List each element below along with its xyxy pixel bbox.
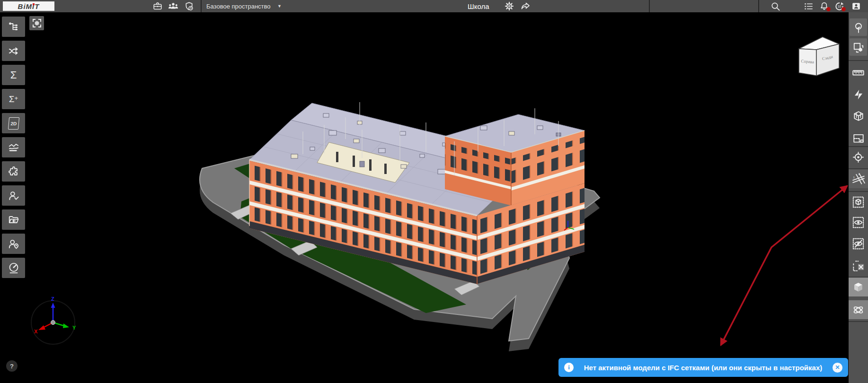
sum-icon[interactable]: Σ (2, 65, 25, 85)
show-eye-icon[interactable] (849, 213, 868, 232)
notification-toast: i Нет активной модели с IFC сетками (или… (558, 358, 848, 377)
charts-icon[interactable] (2, 137, 25, 157)
floorplan-icon[interactable] (849, 129, 868, 148)
profile-avatar-icon[interactable] (850, 0, 862, 12)
info-icon: i (564, 363, 574, 372)
search-icon[interactable] (770, 0, 781, 12)
toast-message: Нет активной модели с IFC сетками (или о… (580, 364, 826, 372)
topbar-divider-3 (758, 0, 759, 12)
axis-gizmo: X Y Z (31, 296, 76, 344)
topbar-divider (201, 0, 202, 12)
tree-vegetation-icon[interactable] (849, 18, 868, 37)
right-toolbar: 1 2 (849, 12, 868, 383)
sum-add-icon[interactable]: Σ+ (2, 89, 25, 109)
workspace-dropdown[interactable]: Базовое пространство (206, 0, 271, 12)
view-cube[interactable]: Справа Сзади (799, 37, 839, 76)
team-icon[interactable] (168, 0, 179, 12)
locate-target-icon[interactable] (849, 148, 868, 166)
viewport-3d-canvas[interactable]: Справа Сзади X Y Z (26, 12, 849, 383)
viewcube-left-label[interactable]: Справа (801, 59, 814, 64)
isolate-box-icon[interactable] (849, 192, 868, 211)
history-badge-dot (841, 7, 846, 11)
fit-to-view-button[interactable] (29, 16, 44, 30)
deselect-x-icon[interactable] (849, 256, 868, 275)
axis-y-label: Y (72, 325, 76, 331)
shared-folder-icon[interactable] (2, 209, 25, 230)
menu-list-icon[interactable] (803, 0, 814, 12)
help-button[interactable]: ? (6, 360, 18, 372)
logo-text: BiM (18, 2, 33, 10)
viewport-3d[interactable]: Справа Сзади X Y Z (26, 12, 849, 383)
axis-z-label: Z (51, 296, 54, 302)
model-tree-icon[interactable] (2, 17, 25, 37)
chevron-down-icon[interactable]: ▼ (277, 0, 282, 12)
top-bar: BiMiT Базовое пространство ▼ (0, 0, 868, 12)
hide-eye-icon[interactable] (849, 234, 868, 253)
share-forward-icon[interactable] (520, 0, 531, 12)
axis-x-label: X (34, 329, 38, 334)
2d-view-icon[interactable]: 2D (2, 113, 25, 133)
plugins-puzzle-icon[interactable] (2, 161, 25, 182)
settings-gear-icon[interactable] (504, 0, 515, 12)
shield-time-icon[interactable] (183, 0, 195, 12)
section-box-icon[interactable] (849, 107, 868, 126)
page-title: Школа (468, 0, 489, 12)
bimit-logo: BiMiT (3, 1, 54, 11)
flash-clash-icon[interactable] (849, 85, 868, 104)
orbit-mode-icon[interactable] (849, 300, 868, 319)
left-toolbar: Σ Σ+ 2D (2, 17, 25, 278)
annotation-arrow (721, 186, 847, 345)
shuffle-links-icon[interactable] (2, 41, 25, 61)
projects-briefcase-icon[interactable] (152, 0, 163, 12)
user-check-icon[interactable] (2, 185, 25, 206)
dashboard-gauge-icon[interactable] (2, 258, 25, 278)
svg-text:1: 1 (853, 176, 854, 179)
ruler-measure-icon[interactable] (849, 63, 868, 82)
bim-viewer-app: BiMiT Базовое пространство ▼ (0, 0, 868, 383)
user-location-icon[interactable] (2, 234, 25, 254)
bell-badge (826, 7, 831, 11)
ifc-grids-icon[interactable]: 1 2 (849, 169, 868, 188)
focus-brackets-icon (31, 17, 43, 29)
toast-close-icon[interactable]: ✕ (833, 363, 842, 373)
topbar-divider-2 (649, 0, 650, 12)
select-objects-icon[interactable] (849, 38, 868, 57)
svg-text:10: 10 (837, 4, 841, 8)
svg-text:2: 2 (858, 173, 859, 175)
shaded-view-cube-icon[interactable] (849, 278, 868, 296)
logo-red-dot-i: i (32, 2, 35, 10)
